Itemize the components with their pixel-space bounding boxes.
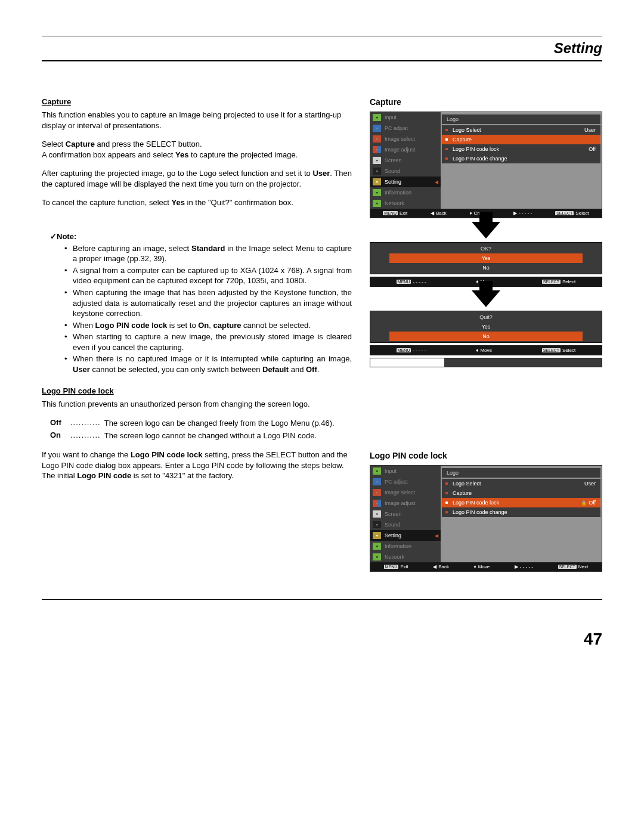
osd-sidebar-item[interactable]: ▪Image adjust [370, 498, 441, 509]
bold-standard: Standard [191, 244, 225, 253]
osd-menu-row[interactable]: Logo SelectUser [442, 479, 600, 488]
left-column: Capture This function enables you to cap… [42, 97, 352, 575]
osd-menu-row[interactable]: Logo PIN code lock🔒Off [442, 498, 600, 507]
osd-menu-row[interactable]: Logo SelectUser [442, 125, 600, 135]
nav-dashes: - - - - - [413, 348, 426, 353]
sidebar-label: Network [385, 554, 404, 560]
osd-sidebar-item[interactable]: ▪Input [370, 466, 441, 476]
nav-exit: Exit [400, 210, 407, 216]
arrow-down-icon [472, 290, 500, 307]
osd-nav-dialog: MENU- - - - - ♦ Move SELECTSelect [370, 345, 602, 355]
sidebar-label: Setting [385, 532, 401, 538]
capture-p4: To cancel the capture function, select Y… [42, 197, 352, 208]
row-label: Capture [453, 490, 472, 496]
select-badge: SELECT [542, 280, 561, 284]
page-section-header: Setting [42, 36, 602, 61]
row-value: Off [589, 146, 596, 152]
off-label: Off [50, 418, 68, 429]
note-label: Note: [57, 232, 76, 241]
osd-panel-header: Logo [442, 114, 600, 124]
sidebar-icon: ▪ [373, 532, 381, 539]
text: When [73, 321, 95, 330]
osd-sidebar-item[interactable]: ▪Input [370, 112, 441, 123]
row-value: User [584, 127, 596, 133]
text: To cancel the capture function, select [42, 198, 172, 207]
logo-lock-intro: This function prevents an unauthorized p… [42, 399, 352, 410]
menu-badge: MENU [397, 280, 411, 284]
text: , [209, 321, 213, 330]
row-label: Capture [453, 137, 472, 143]
sidebar-label: Network [385, 200, 404, 206]
bold-capture: capture [213, 321, 242, 330]
osd-sidebar-item[interactable]: ▪Sound [370, 166, 441, 176]
sidebar-icon: ▪ [373, 467, 381, 475]
osd-dialog-quit: Quit? Yes No [370, 311, 602, 343]
osd-panel: Logo Logo SelectUserCaptureLogo PIN code… [441, 466, 602, 562]
right-column: Capture ▪Input▪PC adjust▪Image select▪Im… [370, 97, 602, 575]
osd-sidebar-item[interactable]: ▪Information [370, 541, 441, 552]
row-label: Logo PIN code change [453, 509, 507, 515]
off-text: The screen logo can be changed freely fr… [104, 418, 352, 429]
dialog-title: OK? [371, 244, 600, 253]
sidebar-icon: ▪ [373, 157, 381, 164]
osd-menu-row[interactable]: Capture [442, 135, 600, 144]
nav-move: ♦ Move [474, 564, 490, 569]
nav-back: ◀ Back [431, 210, 447, 216]
osd-sidebar-item[interactable]: ▪Sound [370, 519, 441, 530]
text: After capturing the projected image, go … [42, 169, 312, 178]
osd-menu-row[interactable]: Logo PIN code change [442, 154, 600, 163]
osd-rows: Logo SelectUserCaptureLogo PIN code lock… [441, 125, 602, 163]
osd-sidebar-item[interactable]: ▪Image select [370, 487, 441, 498]
osd-rows: Logo SelectUserCaptureLogo PIN code lock… [441, 479, 602, 517]
sidebar-icon: ▪ [373, 189, 381, 196]
progress-fill [370, 358, 444, 367]
osd-sidebar-item[interactable]: ▪Image adjust [370, 144, 441, 155]
osd-sidebar-item[interactable]: ▪Network [370, 552, 441, 562]
osd-menu-lock: ▪Input▪PC adjust▪Image select▪Image adju… [370, 465, 602, 572]
osd-sidebar-item[interactable]: ▪Screen [370, 155, 441, 166]
osd-sidebar-item[interactable]: ▪PC adjust [370, 476, 441, 487]
sidebar-label: Sound [385, 522, 400, 528]
capture-p2: Select Capture and press the SELECT butt… [42, 139, 352, 160]
osd-sidebar: ▪Input▪PC adjust▪Image select▪Image adju… [370, 466, 441, 562]
dialog-option-no[interactable]: No [389, 263, 583, 272]
nav-dashes: ▶ - - - - - [515, 564, 533, 569]
osd-menu-row[interactable]: Logo PIN code change [442, 507, 600, 517]
sidebar-icon: ▪ [373, 543, 381, 550]
osd-dialog-ok: OK? Yes No [370, 242, 602, 274]
osd-sidebar: ▪Input▪PC adjust▪Image select▪Image adju… [370, 112, 441, 209]
note-item: When starting to capture a new image, th… [67, 332, 352, 352]
note-item: When Logo PIN code lock is set to On, ca… [67, 320, 352, 331]
dialog-option-yes[interactable]: Yes [389, 253, 583, 263]
text: in the "Quit?" confirmation box. [185, 198, 293, 207]
note-item: Before capturing an image, select Standa… [67, 243, 352, 264]
osd-panel-header: Logo [442, 468, 600, 478]
osd-sidebar-item[interactable]: ▪Network [370, 198, 441, 209]
osd-sidebar-item[interactable]: ▪PC adjust [370, 123, 441, 134]
dialog-option-yes[interactable]: Yes [389, 322, 583, 332]
bold-user: User [312, 169, 330, 178]
row-label: Logo Select [453, 127, 481, 133]
bold-logo-pin: Logo PIN code lock [95, 321, 168, 330]
osd-sidebar-item[interactable]: ▪Image select [370, 134, 441, 144]
sidebar-label: Information [385, 190, 411, 196]
osd-sidebar-item[interactable]: ▪Setting [370, 530, 441, 541]
text: is set to [167, 321, 198, 330]
page-number: 47 [42, 630, 602, 649]
dialog-option-no[interactable]: No [389, 332, 583, 341]
osd-menu-row[interactable]: Capture [442, 488, 600, 498]
sidebar-icon: ▪ [373, 478, 381, 485]
sidebar-label: Setting [385, 179, 401, 185]
capture-p3: After capturing the projected image, go … [42, 168, 352, 189]
osd-menu-row[interactable]: Logo PIN code lockOff [442, 144, 600, 154]
osd-sidebar-item[interactable]: ▪Screen [370, 509, 441, 519]
osd-sidebar-item[interactable]: ▪Setting [370, 176, 441, 187]
note-item: A signal from a computer can be captured… [67, 265, 352, 286]
on-label: On [50, 431, 68, 441]
row-label: Logo PIN code lock [453, 146, 499, 152]
check-icon: ✓ [50, 232, 57, 241]
row-label: Logo PIN code change [453, 156, 507, 162]
menu-badge: MENU [384, 565, 399, 569]
osd-sidebar-item[interactable]: ▪Information [370, 187, 441, 198]
text: . [317, 365, 320, 374]
